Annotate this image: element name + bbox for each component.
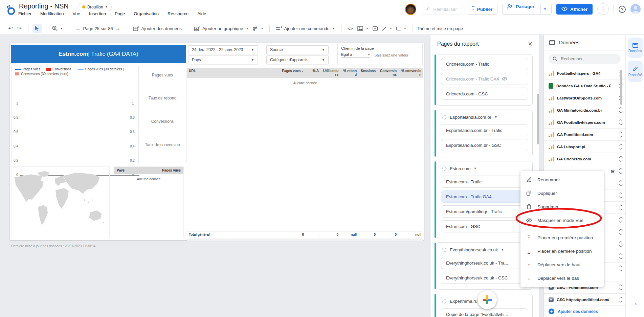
add-control-button[interactable]: Ajouter une commande ▼ [276, 26, 335, 31]
reorder-arrows-icon[interactable] [620, 229, 622, 234]
page-item[interactable]: Esportelandia.com.br - Trafic [441, 124, 528, 136]
redo-button[interactable]: ↷ [17, 25, 22, 32]
page-item[interactable]: Estnn.com/gambling/ - Trafic [441, 205, 528, 218]
insert-shape-button[interactable]: ▼ [396, 27, 406, 30]
menu-item-premiere-position[interactable]: ↑ Placer en première position [520, 231, 604, 244]
menu-item-masquer[interactable]: Masquer en mode Vue [520, 213, 604, 227]
page-item[interactable]: Estnn.com - GSC [441, 220, 528, 232]
insert-line-button[interactable]: ▼ [382, 26, 392, 31]
menu-modification[interactable]: Modification [40, 11, 64, 16]
scorecard-pages-vues[interactable]: Pages vues [139, 73, 186, 77]
tab-donnees[interactable]: Données [628, 38, 643, 58]
community-visualizations-button[interactable]: ▼ [253, 26, 264, 31]
tab-propriete[interactable]: Propriété [628, 61, 643, 82]
reorder-arrows-icon[interactable] [620, 297, 622, 302]
reorder-arrows-icon[interactable] [620, 205, 622, 210]
page-item[interactable]: Copie de la page "Footballwhi... [441, 308, 528, 317]
add-chart-button[interactable]: Ajouter un graphique ▼ [194, 26, 249, 31]
date-range-filter[interactable]: 24 déc. 2022 - 22 janv. 2023▼ [188, 45, 258, 54]
table-scrollbar[interactable] [187, 239, 423, 241]
page-indicator[interactable]: Page 25 sur 86 [83, 26, 113, 31]
report-title[interactable]: Reporting - NSN [19, 2, 69, 10]
country-filter[interactable]: Pays▼ [188, 55, 258, 64]
source-filter[interactable]: Source▼ [266, 45, 329, 54]
share-button[interactable]: Partager ▼ [502, 4, 552, 15]
menu-item-supprimer[interactable]: Supprimer [520, 200, 604, 213]
path-value-input[interactable] [374, 53, 418, 58]
reorder-arrows-icon[interactable] [620, 144, 622, 149]
chart-title-banner[interactable]: Estnn.com | Trafic (GA4 DATA) [11, 45, 186, 63]
menu-item-renommer[interactable]: Renommer [520, 173, 604, 186]
reorder-arrows-icon[interactable] [620, 254, 622, 259]
reorder-arrows-icon[interactable] [620, 168, 622, 174]
page-item[interactable]: Esportelandia.com.br - GSC [441, 139, 528, 151]
col-rebond[interactable]: % rebond [340, 68, 358, 78]
reorder-arrows-icon[interactable] [620, 242, 622, 247]
report-page[interactable]: Estnn.com | Trafic (GA4 DATA) Pages vues… [10, 43, 424, 240]
geo-map-chart[interactable] [11, 166, 110, 238]
reorder-arrows-icon[interactable] [620, 193, 622, 198]
menu-aide[interactable]: Aide [197, 11, 206, 16]
menu-vue[interactable]: Vue [72, 11, 80, 16]
next-page-button[interactable]: → [115, 25, 121, 32]
scorecard-conversions[interactable]: Conversions [139, 119, 186, 124]
menu-item-deplacer-bas[interactable]: ↓ Déplacer vers le bas [520, 271, 604, 285]
search-input[interactable] [560, 56, 611, 62]
data-source-row[interactable]: GA Footballwhispers.com [544, 116, 625, 128]
group-header[interactable]: Estnn.com▼ [440, 164, 530, 173]
collapse-panel-chevron[interactable]: › [635, 300, 637, 307]
menu-ressource[interactable]: Ressource [168, 11, 188, 16]
data-panel-scrollbar[interactable] [620, 70, 622, 105]
col-delta[interactable]: % Δ [306, 68, 320, 78]
data-source-row[interactable]: GA Cricnerds.com [544, 153, 625, 165]
device-filter[interactable]: Catégorie d'appareils▼ [266, 55, 329, 64]
country-table-header[interactable]: Pays Pages vues [114, 167, 183, 174]
reset-button[interactable]: ↶ Réinitialiser [421, 4, 462, 15]
data-source-row[interactable]: GSC https://punditfeed.com/ [544, 293, 625, 305]
undo-button[interactable]: ↶ [8, 25, 13, 32]
theme-layout-button[interactable]: Thème et mise en page [417, 26, 463, 31]
data-source-row[interactable]: Footballwhispers - GA4 [544, 67, 625, 80]
col-conversions[interactable]: Conversions [377, 68, 398, 78]
reorder-arrows-icon[interactable] [620, 266, 622, 271]
prev-page-button[interactable]: ← [75, 25, 81, 32]
embed-url-button[interactable]: <> [348, 26, 353, 31]
collaborator-avatar[interactable] [405, 4, 416, 15]
insert-text-button[interactable]: A [373, 26, 378, 31]
country-table[interactable]: Pays Pages vues Aucune donnée [114, 166, 184, 238]
help-icon[interactable]: ? [619, 6, 626, 13]
group-header[interactable]: Everythinghorseuk.co.uk▼ [440, 245, 530, 254]
col-utilisateurs[interactable]: Utilisateurs [320, 68, 340, 78]
pages-panel-scrollbar[interactable] [537, 94, 539, 144]
page-item[interactable]: Estnn.com - Trafic [441, 176, 528, 188]
select-tool-button[interactable] [32, 24, 42, 33]
col-sessions[interactable]: Sessions [358, 68, 377, 78]
col-url[interactable]: URL [187, 68, 278, 78]
reorder-arrows-icon[interactable] [620, 132, 622, 137]
data-source-row[interactable]: Données GA > Data Studio - Feuill... [544, 80, 625, 92]
url-table[interactable]: URL Pages vues ▼ % Δ Utilisateurs % rebo… [187, 68, 423, 241]
table-header-row[interactable]: URL Pages vues ▼ % Δ Utilisateurs % rebo… [187, 68, 423, 78]
data-search[interactable] [549, 54, 621, 64]
more-options-button[interactable]: ⋮ [597, 3, 609, 15]
add-data-source-button[interactable]: + Ajouter des données [544, 305, 625, 317]
page-item[interactable]: Everythinghorseuk.co.uk - GSC [441, 272, 528, 284]
page-item[interactable]: Cricnerds.com - Trafic [441, 58, 528, 70]
reorder-arrows-icon[interactable] [620, 156, 622, 161]
menu-page[interactable]: Page [115, 11, 125, 16]
scorecard-taux-rebond[interactable]: Taux de rebond [139, 96, 186, 100]
insert-image-button[interactable]: ▼ [357, 26, 369, 31]
menu-organisation[interactable]: Organisation [134, 11, 159, 16]
zoom-tool-button[interactable]: ▼ [52, 26, 63, 31]
menu-item-dupliquer[interactable]: Dupliquer [520, 186, 604, 200]
reorder-arrows-icon[interactable] [620, 120, 622, 125]
page-item-selected[interactable]: Estnn.com - Trafic GA4 [441, 190, 528, 203]
group-header[interactable]: Esportelandia.com.br▼ [440, 113, 530, 121]
data-source-row[interactable]: GA Punditfeed.com [544, 128, 625, 140]
col-taux-conversion[interactable]: % conversion [398, 68, 423, 78]
page-item[interactable]: Cricnerds.com - GSC [441, 88, 528, 100]
reorder-arrows-icon[interactable] [620, 108, 622, 113]
publish-button[interactable]: ↑ Publier [467, 4, 497, 15]
time-series-chart[interactable]: Pages vues Conversions Pages vues (30 de… [11, 66, 186, 163]
reorder-arrows-icon[interactable] [620, 217, 622, 222]
